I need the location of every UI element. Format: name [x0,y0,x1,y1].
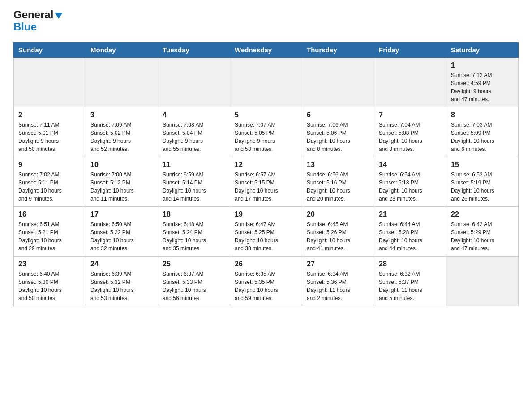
calendar-cell: 17Sunrise: 6:50 AM Sunset: 5:22 PM Dayli… [86,207,158,257]
day-number: 2 [18,111,81,119]
calendar-cell: 22Sunrise: 6:42 AM Sunset: 5:29 PM Dayli… [446,207,519,257]
logo-blue-line: Blue [13,21,37,33]
day-header-thursday: Thursday [302,43,374,58]
day-number: 28 [379,260,442,268]
calendar-cell: 28Sunrise: 6:32 AM Sunset: 5:37 PM Dayli… [374,257,446,306]
day-number: 26 [235,260,297,268]
calendar-cell: 19Sunrise: 6:47 AM Sunset: 5:25 PM Dayli… [230,207,302,257]
calendar-cell: 26Sunrise: 6:35 AM Sunset: 5:35 PM Dayli… [230,257,302,306]
day-number: 19 [235,210,297,218]
logo-general: General [13,9,63,21]
logo-blue-text: Blue [13,21,37,33]
day-header-wednesday: Wednesday [230,43,302,58]
calendar-cell: 27Sunrise: 6:34 AM Sunset: 5:36 PM Dayli… [302,257,374,306]
day-info: Sunrise: 6:48 AM Sunset: 5:24 PM Dayligh… [163,220,225,253]
day-info: Sunrise: 6:39 AM Sunset: 5:32 PM Dayligh… [90,270,153,302]
day-info: Sunrise: 6:57 AM Sunset: 5:15 PM Dayligh… [235,171,297,203]
day-number: 23 [18,260,81,268]
calendar-cell: 8Sunrise: 7:03 AM Sunset: 5:09 PM Daylig… [446,107,519,157]
calendar-cell: 1Sunrise: 7:12 AM Sunset: 4:59 PM Daylig… [446,58,519,107]
day-number: 21 [379,210,442,218]
logo: General Blue [13,9,63,33]
calendar-cell: 21Sunrise: 6:44 AM Sunset: 5:28 PM Dayli… [374,207,446,257]
day-info: Sunrise: 7:07 AM Sunset: 5:05 PM Dayligh… [235,121,297,153]
day-number: 3 [90,111,153,119]
day-number: 7 [379,111,442,119]
calendar-cell: 7Sunrise: 7:04 AM Sunset: 5:08 PM Daylig… [374,107,446,157]
day-info: Sunrise: 6:42 AM Sunset: 5:29 PM Dayligh… [451,220,514,253]
calendar-cell: 25Sunrise: 6:37 AM Sunset: 5:33 PM Dayli… [158,257,230,306]
day-header-tuesday: Tuesday [158,43,230,58]
day-info: Sunrise: 7:03 AM Sunset: 5:09 PM Dayligh… [451,121,514,153]
day-header-saturday: Saturday [446,43,519,58]
calendar-cell: 3Sunrise: 7:09 AM Sunset: 5:02 PM Daylig… [86,107,158,157]
day-info: Sunrise: 7:11 AM Sunset: 5:01 PM Dayligh… [18,121,81,153]
page-header: General Blue [13,9,519,33]
calendar-cell: 11Sunrise: 6:59 AM Sunset: 5:14 PM Dayli… [158,157,230,207]
day-number: 24 [90,260,153,268]
calendar-cell: 16Sunrise: 6:51 AM Sunset: 5:21 PM Dayli… [14,207,86,257]
calendar-cell [86,58,158,107]
day-number: 16 [18,210,81,218]
day-number: 27 [307,260,369,268]
day-number: 4 [163,111,225,119]
calendar-cell: 18Sunrise: 6:48 AM Sunset: 5:24 PM Dayli… [158,207,230,257]
day-info: Sunrise: 6:35 AM Sunset: 5:35 PM Dayligh… [235,270,297,302]
day-number: 20 [307,210,369,218]
day-number: 14 [379,161,442,169]
day-info: Sunrise: 6:51 AM Sunset: 5:21 PM Dayligh… [18,220,81,253]
calendar-cell: 23Sunrise: 6:40 AM Sunset: 5:30 PM Dayli… [14,257,86,306]
day-number: 8 [451,111,514,119]
day-info: Sunrise: 6:54 AM Sunset: 5:18 PM Dayligh… [379,171,442,203]
day-info: Sunrise: 7:06 AM Sunset: 5:06 PM Dayligh… [307,121,369,153]
day-number: 15 [451,161,514,169]
day-info: Sunrise: 6:32 AM Sunset: 5:37 PM Dayligh… [379,270,442,302]
day-info: Sunrise: 7:12 AM Sunset: 4:59 PM Dayligh… [451,71,514,103]
day-number: 10 [90,161,153,169]
calendar-table: SundayMondayTuesdayWednesdayThursdayFrid… [13,42,519,306]
calendar-cell: 13Sunrise: 6:56 AM Sunset: 5:16 PM Dayli… [302,157,374,207]
day-header-sunday: Sunday [14,43,86,58]
day-header-monday: Monday [86,43,158,58]
day-number: 22 [451,210,514,218]
day-number: 9 [18,161,81,169]
day-info: Sunrise: 6:47 AM Sunset: 5:25 PM Dayligh… [235,220,297,253]
day-info: Sunrise: 7:04 AM Sunset: 5:08 PM Dayligh… [379,121,442,153]
day-number: 11 [163,161,225,169]
calendar-cell [158,58,230,107]
day-number: 13 [307,161,369,169]
calendar-cell [230,58,302,107]
calendar-week-4: 16Sunrise: 6:51 AM Sunset: 5:21 PM Dayli… [14,207,519,257]
day-number: 6 [307,111,369,119]
day-number: 12 [235,161,297,169]
calendar-week-5: 23Sunrise: 6:40 AM Sunset: 5:30 PM Dayli… [14,257,519,306]
calendar-cell: 9Sunrise: 7:02 AM Sunset: 5:11 PM Daylig… [14,157,86,207]
calendar-week-2: 2Sunrise: 7:11 AM Sunset: 5:01 PM Daylig… [14,107,519,157]
calendar-header-row: SundayMondayTuesdayWednesdayThursdayFrid… [14,43,519,58]
day-info: Sunrise: 7:08 AM Sunset: 5:04 PM Dayligh… [163,121,225,153]
calendar-cell: 12Sunrise: 6:57 AM Sunset: 5:15 PM Dayli… [230,157,302,207]
calendar-cell: 15Sunrise: 6:53 AM Sunset: 5:19 PM Dayli… [446,157,519,207]
calendar-week-1: 1Sunrise: 7:12 AM Sunset: 4:59 PM Daylig… [14,58,519,107]
day-number: 17 [90,210,153,218]
calendar-cell: 6Sunrise: 7:06 AM Sunset: 5:06 PM Daylig… [302,107,374,157]
calendar-cell: 4Sunrise: 7:08 AM Sunset: 5:04 PM Daylig… [158,107,230,157]
calendar-week-3: 9Sunrise: 7:02 AM Sunset: 5:11 PM Daylig… [14,157,519,207]
day-info: Sunrise: 6:53 AM Sunset: 5:19 PM Dayligh… [451,171,514,203]
day-info: Sunrise: 6:34 AM Sunset: 5:36 PM Dayligh… [307,270,369,302]
calendar-cell [374,58,446,107]
day-info: Sunrise: 6:40 AM Sunset: 5:30 PM Dayligh… [18,270,81,302]
day-info: Sunrise: 7:00 AM Sunset: 5:12 PM Dayligh… [90,171,153,203]
day-info: Sunrise: 6:59 AM Sunset: 5:14 PM Dayligh… [163,171,225,203]
day-number: 5 [235,111,297,119]
day-info: Sunrise: 7:02 AM Sunset: 5:11 PM Dayligh… [18,171,81,203]
day-info: Sunrise: 6:45 AM Sunset: 5:26 PM Dayligh… [307,220,369,253]
day-number: 1 [451,61,514,69]
calendar-cell: 2Sunrise: 7:11 AM Sunset: 5:01 PM Daylig… [14,107,86,157]
calendar-cell [302,58,374,107]
calendar-cell: 20Sunrise: 6:45 AM Sunset: 5:26 PM Dayli… [302,207,374,257]
calendar-cell [14,58,86,107]
day-header-friday: Friday [374,43,446,58]
calendar-cell: 24Sunrise: 6:39 AM Sunset: 5:32 PM Dayli… [86,257,158,306]
calendar-cell: 10Sunrise: 7:00 AM Sunset: 5:12 PM Dayli… [86,157,158,207]
